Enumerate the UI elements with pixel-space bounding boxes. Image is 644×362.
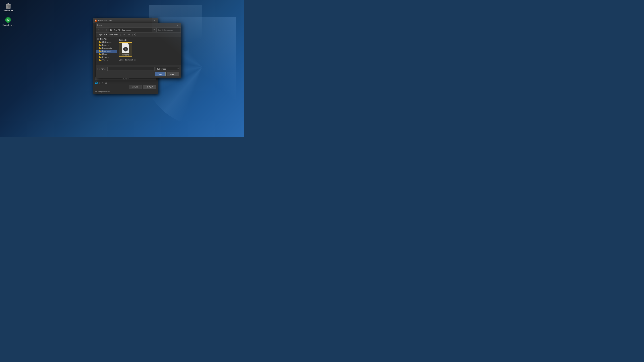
dialog-open-btn[interactable]: Open [155, 72, 166, 76]
svg-text:R: R [96, 20, 96, 22]
svg-rect-17 [98, 39, 98, 40]
rufus-status-area: READY 🌐 ℹ ≡ ⊞ START CLOSE No image selec… [95, 77, 156, 92]
dialog-action-row: Open Cancel [98, 72, 179, 76]
3d-objects-folder-icon [99, 41, 102, 43]
svg-point-39 [125, 49, 126, 49]
fileview-today-items: Windows [119, 42, 179, 57]
dialog-sidebar: This PC 3D Objects [96, 37, 117, 65]
fileview-group-earlier: Earlier this month (1) [119, 59, 179, 61]
svg-marker-35 [128, 43, 129, 45]
fileview-group-today: Today (1) [119, 39, 179, 41]
videos-folder-icon [99, 59, 102, 61]
svg-rect-30 [99, 56, 100, 57]
svg-rect-22 [99, 44, 100, 45]
rufus-log-icon[interactable]: ⊞ [105, 81, 107, 84]
dialog-cancel-btn[interactable]: Cancel [167, 72, 179, 76]
win-light-decoration [148, 5, 202, 75]
filename-label: File name: [98, 68, 106, 70]
dialog-fileview: Today (1) [117, 37, 181, 65]
organize-btn[interactable]: Organize ▾ [97, 33, 108, 36]
sidebar-label-3d-objects: 3D Objects [102, 41, 111, 43]
addr-refresh-btn[interactable]: ⟳ [152, 28, 156, 32]
rufus-globe-icon[interactable]: 🌐 [95, 81, 98, 84]
sidebar-label-pictures: Pictures [102, 56, 109, 58]
open-dialog-title: Open [97, 24, 175, 26]
sidebar-item-music[interactable]: Music [96, 53, 117, 56]
rufus-minimize-btn[interactable]: — [142, 19, 146, 22]
toolbar-separator: | [120, 33, 121, 36]
sidebar-item-3d-objects[interactable]: 3D Objects [96, 40, 117, 43]
addr-breadcrumb[interactable]: › This PC › Downloads ▾ [109, 28, 152, 32]
rufus-title: Rufus 3.13.1730 [98, 19, 142, 22]
this-pc-icon [97, 38, 99, 40]
sidebar-label-this-pc: This PC [100, 38, 106, 40]
toolbar-view-list-btn[interactable]: ☰ [127, 33, 131, 36]
addr-forward-btn[interactable]: › [101, 28, 104, 32]
addr-up-btn[interactable]: ↑ [105, 28, 108, 32]
desktop-icon-mediacreate[interactable]: W MediaCreat... [1, 16, 15, 27]
sidebar-item-videos[interactable]: Videos [96, 59, 117, 62]
rufus-titlebar: R Rufus 3.13.1730 — □ ✕ [93, 18, 158, 23]
svg-rect-15 [110, 29, 111, 30]
svg-rect-20 [99, 41, 100, 42]
rufus-close-btn[interactable]: ✕ [152, 19, 157, 22]
dialog-main-content: This PC 3D Objects [96, 37, 181, 65]
addr-downloads[interactable]: Downloads [122, 29, 131, 31]
music-folder-icon [99, 53, 102, 55]
sidebar-label-desktop: Desktop [102, 44, 109, 46]
rufus-info-icon[interactable]: ℹ [100, 81, 100, 84]
windows-iso-label: Windows [122, 54, 129, 56]
desktop-icon-recycle-bin[interactable]: Recycle Bin [2, 2, 15, 12]
open-dialog-addressbar: ‹ › ↑ › This PC › Downloads ▾ ⟳ [96, 27, 181, 32]
addr-sep1: › [113, 29, 113, 31]
pictures-folder-icon [99, 56, 102, 58]
open-dialog-titlebar: Open ✕ [96, 23, 181, 27]
addr-back-btn[interactable]: ‹ [97, 28, 100, 32]
addr-sep2: › [121, 29, 121, 31]
svg-rect-26 [99, 50, 100, 51]
sidebar-item-downloads[interactable]: Downloads [96, 50, 117, 53]
downloads-folder-icon [99, 50, 102, 52]
rufus-no-image-text: No image selected [95, 90, 156, 92]
sidebar-label-videos: Videos [102, 59, 108, 61]
dialog-filename-row: File name: ISO Image [98, 67, 179, 71]
svg-rect-32 [99, 59, 100, 60]
documents-folder-icon [99, 47, 102, 49]
sidebar-item-desktop[interactable]: Desktop [96, 43, 117, 46]
toolbar-help-btn[interactable]: ? [132, 33, 136, 36]
sidebar-item-this-pc[interactable]: This PC [96, 37, 117, 40]
sidebar-item-pictures[interactable]: Pictures [96, 56, 117, 59]
sidebar-label-music: Music [102, 53, 107, 55]
open-file-dialog: Open ✕ ‹ › ↑ › This PC › Downloads [96, 23, 181, 78]
desktop-folder-icon [99, 44, 102, 46]
mediacreate-label: MediaCreat... [2, 24, 14, 26]
filename-input[interactable] [107, 67, 154, 71]
svg-rect-24 [99, 47, 100, 48]
rufus-maximize-btn[interactable]: □ [147, 19, 152, 22]
mediacreate-icon: W [5, 16, 12, 23]
rufus-start-btn[interactable]: START [129, 85, 142, 89]
dialog-bottom-bar: File name: ISO Image Open Cancel [96, 65, 181, 78]
new-folder-btn[interactable]: New folder [109, 33, 119, 36]
toolbar-view-grid-btn[interactable]: ⊞ [122, 33, 126, 36]
fileview-item-windows-iso[interactable]: Windows [119, 42, 132, 57]
search-downloads-input[interactable] [156, 28, 180, 32]
open-dialog-close-btn[interactable]: ✕ [175, 23, 180, 27]
rufus-close-dialog-btn[interactable]: CLOSE [143, 85, 156, 89]
windows-iso-icon [121, 43, 130, 53]
sidebar-item-documents[interactable]: Documents [96, 46, 117, 50]
rufus-bottom-icons: 🌐 ℹ ≡ ⊞ [95, 81, 156, 84]
recycle-bin-label: Recycle Bin [4, 10, 13, 12]
rufus-app-icon: R [94, 19, 97, 22]
addr-this-pc[interactable]: This PC [114, 29, 120, 31]
rufus-window-controls: — □ ✕ [142, 19, 157, 22]
rufus-settings-icon[interactable]: ≡ [102, 81, 103, 84]
rufus-action-buttons: START CLOSE [95, 85, 156, 89]
svg-text:W: W [7, 19, 9, 21]
addr-breadcrumb-dropdown-icon[interactable]: ▾ [132, 29, 132, 31]
recycle-bin-icon [5, 2, 12, 9]
svg-rect-16 [97, 38, 99, 39]
desktop: Recycle Bin W MediaCreat... R Rufus 3.13… [0, 0, 244, 137]
filetype-select[interactable]: ISO Image [156, 67, 179, 71]
open-dialog-toolbar: Organize ▾ New folder | ⊞ ☰ ? [96, 32, 181, 37]
